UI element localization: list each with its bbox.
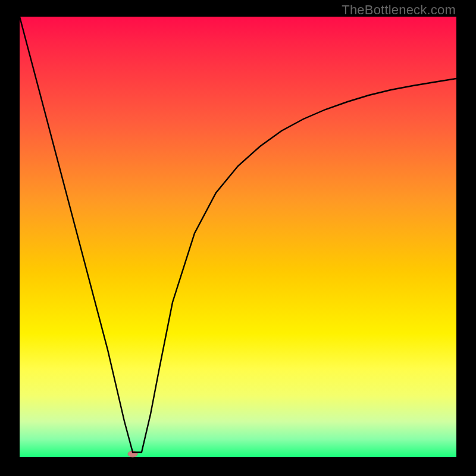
- watermark-text: TheBottleneck.com: [342, 2, 456, 18]
- bottleneck-curve: [20, 17, 456, 452]
- chart-frame: TheBottleneck.com: [0, 0, 476, 476]
- bottleneck-curve-svg: [20, 17, 456, 457]
- plot-area: [20, 17, 456, 457]
